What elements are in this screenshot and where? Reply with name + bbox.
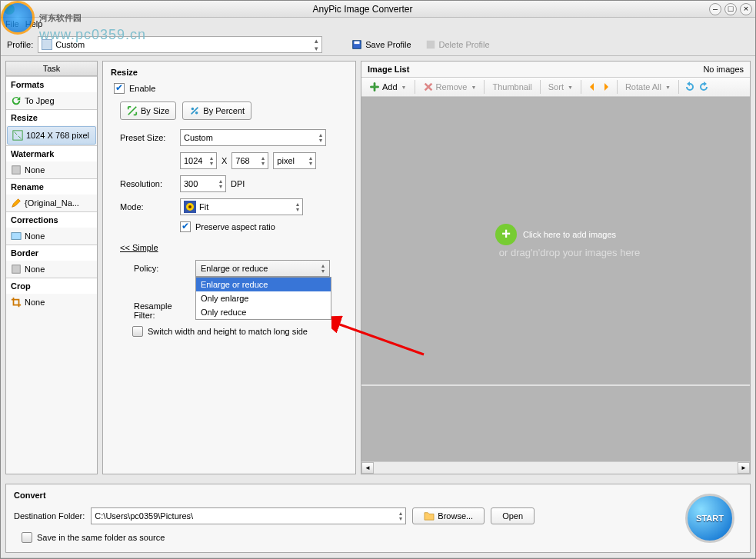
- task-item-resize[interactable]: 1024 X 768 pixel: [7, 126, 96, 145]
- task-item-formats[interactable]: To Jpeg: [6, 92, 97, 109]
- policy-label: Policy:: [111, 264, 195, 273]
- close-button[interactable]: ×: [740, 3, 752, 15]
- arrow-left-icon[interactable]: [586, 81, 598, 93]
- task-item-crop[interactable]: None: [6, 294, 97, 311]
- remove-label: Remove: [436, 82, 468, 92]
- preview-area: [361, 384, 750, 461]
- image-drop-area[interactable]: + Click here to add images or drag'n'dro…: [361, 97, 750, 384]
- add-button[interactable]: Add ▼: [366, 80, 410, 94]
- horizontal-scrollbar[interactable]: ◄ ►: [361, 461, 750, 474]
- scroll-right-button[interactable]: ►: [738, 462, 750, 474]
- spinner-icon: ▴▾: [399, 511, 402, 521]
- thumbnail-button[interactable]: Thumbnail: [489, 81, 535, 93]
- mode-label: Mode:: [111, 202, 180, 211]
- task-sidebar: Task Formats To Jpeg Resize 1024 X 768 p…: [5, 61, 98, 474]
- policy-select[interactable]: Enlarge or reduce ▴▾ Enlarge or reduce O…: [195, 260, 330, 277]
- menu-file[interactable]: File: [5, 19, 19, 32]
- start-button[interactable]: START: [685, 494, 734, 543]
- task-title-crop: Crop: [6, 278, 97, 294]
- minimize-button[interactable]: –: [709, 3, 721, 15]
- scroll-left-button[interactable]: ◄: [361, 462, 374, 474]
- profile-label: Profile:: [7, 40, 33, 49]
- scroll-track[interactable]: [374, 462, 738, 474]
- app-icon: [4, 4, 15, 15]
- height-spinner[interactable]: 768 ▴▾: [231, 152, 268, 169]
- same-folder-checkbox[interactable]: [22, 532, 32, 543]
- chevron-down-icon[interactable]: ▼: [568, 85, 573, 90]
- rotate-all-label: Rotate All: [625, 82, 661, 92]
- task-item-corrections[interactable]: None: [6, 228, 97, 245]
- save-profile-button[interactable]: Save Profile: [347, 38, 415, 52]
- convert-panel: Convert Destination Folder: C:\Users\pc0…: [5, 484, 751, 553]
- chevron-down-icon[interactable]: ▼: [401, 85, 407, 90]
- switch-wh-checkbox[interactable]: [132, 326, 143, 337]
- policy-option-only-reduce[interactable]: Only reduce: [196, 305, 331, 319]
- chevron-down-icon[interactable]: ▼: [665, 85, 671, 90]
- plus-circle-icon: +: [495, 224, 517, 245]
- spinner-icon: ▴▾: [210, 155, 213, 166]
- destination-folder-input[interactable]: C:\Users\pc0359\Pictures\ ▴▾: [91, 507, 406, 524]
- by-size-button[interactable]: By Size: [120, 101, 176, 120]
- convert-header: Convert: [14, 491, 742, 500]
- arrow-right-icon[interactable]: [600, 81, 612, 93]
- mode-select[interactable]: Fit ▴▾: [180, 198, 303, 215]
- remove-button[interactable]: Remove ▼: [420, 80, 480, 94]
- image-list-panel: Image List No images Add ▼ Remove ▼ Thum…: [361, 61, 751, 474]
- no-images-label: No images: [703, 65, 744, 74]
- profile-dropdown[interactable]: Custom ▴▾: [38, 36, 322, 53]
- task-label-crop: None: [25, 298, 45, 307]
- enable-checkbox[interactable]: [114, 83, 125, 94]
- width-value: 1024: [184, 156, 202, 165]
- task-label-resize: 1024 X 768 pixel: [26, 131, 89, 140]
- rotate-right-icon[interactable]: [698, 81, 710, 93]
- task-title-rename: Rename: [6, 178, 97, 195]
- delete-profile-button[interactable]: Delete Profile: [421, 38, 495, 52]
- task-group-corrections: Corrections None: [6, 211, 97, 245]
- delete-icon: [425, 39, 436, 50]
- task-item-watermark[interactable]: None: [6, 161, 97, 178]
- policy-option-only-enlarge[interactable]: Only enlarge: [196, 291, 331, 305]
- arrow-cycle-icon: [11, 95, 22, 106]
- picture-icon: [11, 231, 22, 241]
- simple-toggle-link[interactable]: << Simple: [111, 243, 158, 252]
- task-label-border: None: [25, 265, 45, 274]
- svg-point-7: [191, 108, 195, 111]
- separator: [581, 80, 581, 94]
- menu-bar: File Help: [1, 18, 755, 33]
- svg-rect-4: [12, 166, 21, 175]
- by-percent-button[interactable]: By Percent: [182, 101, 251, 120]
- spinner-icon: ▴▾: [261, 155, 265, 166]
- preset-size-select[interactable]: Custom ▴▾: [180, 129, 326, 146]
- rotate-left-icon[interactable]: [684, 81, 696, 93]
- chevron-down-icon[interactable]: ▼: [471, 85, 476, 90]
- open-button[interactable]: Open: [491, 507, 535, 524]
- task-group-crop: Crop None: [6, 278, 97, 311]
- policy-option-enlarge-reduce[interactable]: Enlarge or reduce: [196, 278, 331, 291]
- pencil-icon: [11, 198, 22, 208]
- browse-button[interactable]: Browse...: [412, 507, 485, 524]
- profile-toolbar: Profile: Custom ▴▾ Save Profile Delete P…: [1, 33, 755, 56]
- task-item-border[interactable]: None: [6, 261, 97, 278]
- x-label: X: [221, 156, 227, 165]
- profile-value: Custom: [55, 40, 85, 49]
- width-spinner[interactable]: 1024 ▴▾: [180, 152, 217, 169]
- unit-select[interactable]: pixel ▴▾: [273, 152, 316, 169]
- x-icon: [423, 82, 434, 92]
- menu-help[interactable]: Help: [25, 19, 43, 32]
- drop-sub-text: or drag'n'drop your images here: [499, 247, 640, 258]
- resample-label: Resample Filter:: [111, 301, 195, 320]
- separator: [678, 80, 679, 94]
- maximize-button[interactable]: □: [724, 3, 737, 15]
- by-percent-label: By Percent: [203, 106, 245, 115]
- unit-value: pixel: [277, 156, 295, 165]
- sunflower-icon: [184, 201, 196, 213]
- separator: [617, 80, 618, 94]
- resolution-spinner[interactable]: 300 ▴▾: [180, 175, 226, 192]
- task-group-resize: Resize 1024 X 768 pixel: [6, 109, 97, 145]
- task-item-rename[interactable]: {Original_Na...: [6, 195, 97, 211]
- add-label: Add: [382, 82, 398, 92]
- preserve-aspect-checkbox[interactable]: [180, 221, 191, 232]
- sort-button[interactable]: Sort ▼: [545, 81, 576, 93]
- preset-size-value: Custom: [184, 133, 213, 142]
- rotate-all-button[interactable]: Rotate All ▼: [622, 81, 674, 93]
